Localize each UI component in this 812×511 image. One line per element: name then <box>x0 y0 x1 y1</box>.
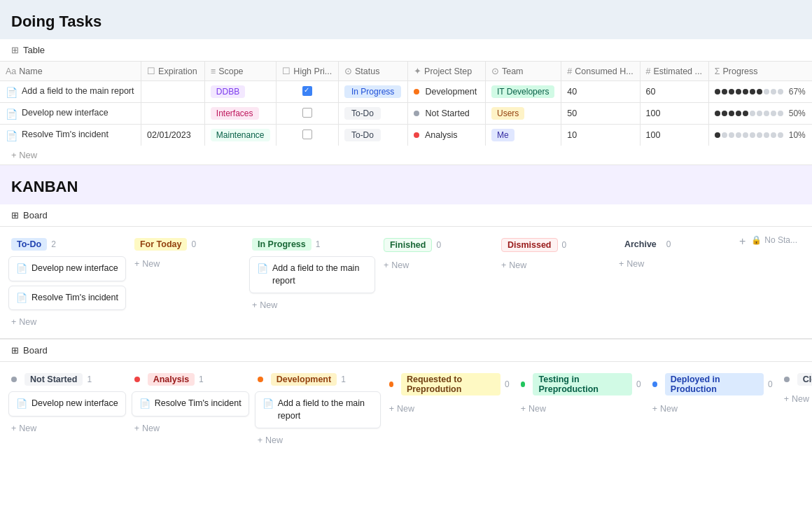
th-consumed[interactable]: #Consumed H... <box>561 62 640 81</box>
checkbox[interactable] <box>302 130 312 139</box>
cell-team: IT Developers <box>485 81 561 103</box>
task-name: Resolve Tim's incident <box>22 130 108 139</box>
column-header: Archive 0 <box>616 235 728 256</box>
column-new-button-2[interactable]: + New <box>386 401 512 416</box>
plus-icon: + <box>252 300 257 310</box>
column-new-button[interactable]: + New <box>381 258 493 273</box>
plus-icon-2: + <box>652 404 657 414</box>
th-project-step[interactable]: ✦Project Step <box>408 62 486 81</box>
kanban-column: To-Do 2 📄 Develop new interface 📄 Resolv… <box>8 235 126 330</box>
cell-expiration <box>141 81 205 103</box>
new-label-2: New <box>142 424 160 433</box>
column-new-button-2[interactable]: + New <box>650 401 776 416</box>
table-row[interactable]: 📄 Add a field to the main report DDBB In… <box>0 81 812 103</box>
step-dot <box>414 132 419 138</box>
column-new-button-2[interactable]: + New <box>8 421 126 436</box>
checkbox[interactable] <box>302 108 312 118</box>
th-expiration[interactable]: ☐Expiration <box>141 62 205 81</box>
column-count: 2 <box>51 239 56 249</box>
step-dot-2 <box>11 377 17 382</box>
progress-pct: 50% <box>789 108 806 118</box>
board-tab-label-2: Board <box>23 345 48 356</box>
card-page-icon: 📄 <box>16 263 27 274</box>
plus-icon-2: + <box>521 404 526 414</box>
kanban-column: Finished 0 + New <box>381 235 493 273</box>
column-new-button-2[interactable]: + New <box>518 401 644 416</box>
progress-pct: 10% <box>789 130 806 140</box>
board-view-tab[interactable]: ⊞ Board <box>0 204 812 227</box>
kanban-card[interactable]: 📄 Develop new interface <box>8 256 126 281</box>
card-text: Develop new interface <box>31 262 118 275</box>
kanban-card-2[interactable]: 📄 Resolve Tim's incident <box>132 391 249 416</box>
card-text-2: Add a field to the main report <box>278 398 373 422</box>
cell-expiration: 02/01/2023 <box>141 125 205 146</box>
cell-project-step: Not Started <box>408 103 486 125</box>
cell-progress: 50% <box>708 103 812 125</box>
cell-status: To-Do <box>338 103 407 125</box>
kanban-column-2: Not Started 1 📄 Develop new interface + … <box>8 370 126 436</box>
kanban-column: For Today 0 + New <box>132 235 244 272</box>
column-new-button[interactable]: + New <box>249 298 375 313</box>
step-dot-2 <box>784 377 790 382</box>
column-new-button[interactable]: + New <box>616 256 728 272</box>
tasks-table-wrap: AaName ☐Expiration ≡Scope ☐High Pri... ⊙… <box>0 62 812 164</box>
column-new-button-2[interactable]: + New <box>255 433 381 448</box>
column-count-2: 0 <box>768 379 773 389</box>
cell-highpri[interactable] <box>276 103 339 125</box>
kanban-card-2[interactable]: 📄 Add a field to the main report <box>255 391 381 428</box>
th-progress[interactable]: ΣProgress <box>708 62 812 81</box>
column-new-button-2[interactable]: + New <box>781 391 812 407</box>
th-highpri[interactable]: ☐High Pri... <box>276 62 339 81</box>
new-label: New <box>626 259 644 269</box>
new-label-2: New <box>660 404 678 414</box>
board-view-tab-2[interactable]: ⊞ Board <box>0 340 812 362</box>
card-text: Resolve Tim's incident <box>31 292 118 304</box>
th-scope[interactable]: ≡Scope <box>204 62 276 81</box>
plus-icon-2: + <box>134 424 139 433</box>
doing-tasks-title: Doing Tasks <box>11 13 801 31</box>
kanban-card-2[interactable]: 📄 Develop new interface <box>8 391 126 416</box>
column-new-button-2[interactable]: + New <box>132 421 249 436</box>
kanban-column-2: Analysis 1 📄 Resolve Tim's incident + Ne… <box>132 370 249 436</box>
cell-highpri[interactable] <box>276 81 339 103</box>
column-count-2: 1 <box>199 374 204 384</box>
cell-project-step: Analysis <box>408 125 486 146</box>
table-view-tab[interactable]: ⊞ Table <box>0 39 812 62</box>
column-new-button[interactable]: + New <box>132 256 244 272</box>
step-dot-2 <box>389 382 393 387</box>
checkbox-checked[interactable] <box>302 86 312 96</box>
column-new-button[interactable]: + New <box>8 314 126 330</box>
kanban-board-2: Not Started 1 📄 Develop new interface + … <box>0 362 812 456</box>
column-header: In Progress 1 <box>249 235 375 256</box>
scope-badge: Interfaces <box>211 107 259 120</box>
cell-progress: 10% <box>708 125 812 146</box>
table-row[interactable]: 📄 Resolve Tim's incident 02/01/2023 Main… <box>0 125 812 146</box>
cell-highpri[interactable] <box>276 125 339 146</box>
column-new-button[interactable]: + New <box>498 258 610 273</box>
add-column-button[interactable]: + <box>734 235 751 248</box>
th-estimated[interactable]: #Estimated ... <box>640 62 708 81</box>
column-count: 0 <box>436 240 441 250</box>
table-new-row[interactable]: + New <box>0 146 812 164</box>
th-team[interactable]: ⊙Team <box>485 62 561 81</box>
table-row[interactable]: 📄 Develop new interface Interfaces To-Do… <box>0 103 812 125</box>
plus-icon-2: + <box>11 424 16 433</box>
th-status[interactable]: ⊙Status <box>338 62 407 81</box>
kanban-card[interactable]: 📄 Resolve Tim's incident <box>8 286 126 311</box>
column-count-2: 0 <box>636 379 641 389</box>
column-label-2: Deployed in Production <box>665 373 764 396</box>
card-text-2: Resolve Tim's incident <box>155 398 241 410</box>
column-label-2: Analysis <box>148 373 195 386</box>
kanban-title: KANBAN <box>11 178 801 196</box>
plus-icon: + <box>11 317 16 327</box>
new-label: New <box>509 260 526 270</box>
team-badge: Users <box>491 107 524 120</box>
table-icon: ⊞ <box>11 45 19 55</box>
kanban-card[interactable]: 📄 Add a field to the main report <box>249 256 375 293</box>
table-header-row: AaName ☐Expiration ≡Scope ☐High Pri... ⊙… <box>0 62 812 81</box>
cell-estimated: 100 <box>640 103 708 125</box>
plus-icon: + <box>619 259 624 269</box>
cell-consumed: 10 <box>561 125 640 146</box>
th-name[interactable]: AaName <box>0 62 141 81</box>
column-count: 0 <box>562 240 567 250</box>
